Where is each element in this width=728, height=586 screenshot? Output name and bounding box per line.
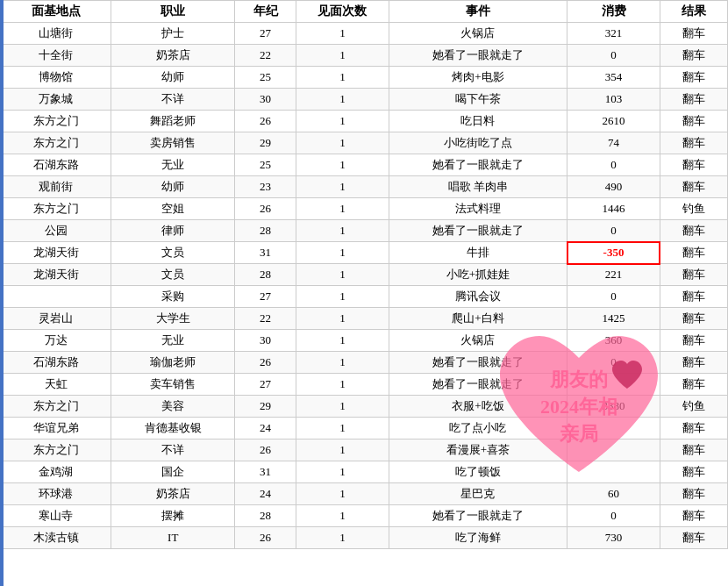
table-cell: 31 (234, 461, 296, 483)
table-row: 公园律师281她看了一眼就走了0翻车 (1, 220, 728, 242)
table-cell: 27 (234, 286, 296, 308)
table-cell: 翻车 (660, 461, 727, 483)
table-cell: 翻车 (660, 308, 727, 330)
table-cell: 大学生 (111, 308, 235, 330)
table-cell: 她看了一眼就走了 (389, 505, 567, 527)
table-cell: 钓鱼 (660, 198, 727, 220)
table-cell: 1 (296, 132, 389, 154)
table-cell: 寒山寺 (1, 505, 111, 527)
table-cell: 华谊兄弟 (1, 418, 111, 440)
table-cell: 不详 (111, 440, 235, 461)
table-cell: 28 (234, 220, 296, 242)
table-cell: 74 (567, 132, 660, 154)
table-cell: 1 (296, 483, 389, 505)
table-cell: 1 (296, 286, 389, 308)
table-cell: 吃了点小吃 (389, 418, 567, 440)
table-cell: 1425 (567, 308, 660, 330)
table-cell: 翻车 (660, 505, 727, 527)
table-cell: 翻车 (660, 418, 727, 440)
table-cell: 东方之门 (1, 111, 111, 132)
table-cell: 翻车 (660, 264, 727, 286)
table-cell: 翻车 (660, 220, 727, 242)
table-cell: 0 (567, 45, 660, 67)
table-cell: 29 (234, 396, 296, 418)
table-cell: 法式料理 (389, 198, 567, 220)
table-cell: 她看了一眼就走了 (389, 220, 567, 242)
main-container: 面基地点 职业 年纪 见面次数 事件 消费 结果 山塘街护士271火锅店321翻… (0, 0, 728, 586)
table-cell: 采购 (111, 286, 235, 308)
table-cell: 103 (567, 89, 660, 111)
table-cell: 25 (234, 67, 296, 89)
table-cell: 490 (567, 176, 660, 198)
table-cell: 看漫展+喜茶 (389, 440, 567, 461)
table-row: 十全街奶茶店221她看了一眼就走了0翻车 (1, 45, 728, 67)
table-cell: 牛排 (389, 242, 567, 264)
table-cell: 奶茶店 (111, 483, 235, 505)
table-cell: 石湖东路 (1, 154, 111, 176)
table-cell: 1 (296, 308, 389, 330)
table-cell: 1 (296, 505, 389, 527)
table-cell: 火锅店 (389, 23, 567, 45)
header-age: 年纪 (234, 1, 296, 23)
table-cell: 22 (234, 308, 296, 330)
table-cell: 25 (234, 154, 296, 176)
table-cell: 不详 (111, 89, 235, 111)
table-cell: IT (111, 527, 235, 549)
table-cell: 27 (234, 374, 296, 396)
table-row: 龙湖天街文员311牛排-350翻车 (1, 242, 728, 264)
table-cell: 钓鱼 (660, 396, 727, 418)
table-cell: 31 (234, 242, 296, 264)
table-cell: 354 (567, 67, 660, 89)
table-cell: 小吃街吃了点 (389, 132, 567, 154)
table-cell: 卖车销售 (111, 374, 235, 396)
table-cell: -350 (567, 242, 660, 264)
table-cell: 唱歌 羊肉串 (389, 176, 567, 198)
table-cell: 321 (567, 23, 660, 45)
table-row: 万象城不详301喝下午茶103翻车 (1, 89, 728, 111)
table-cell: 翻车 (660, 286, 727, 308)
table-cell: 瑜伽老师 (111, 352, 235, 374)
table-row: 万达无业301火锅店360翻车 (1, 330, 728, 352)
header-meets: 见面次数 (296, 1, 389, 23)
table-cell (567, 418, 660, 440)
table-cell: 1 (296, 198, 389, 220)
table-cell: 龙湖天街 (1, 264, 111, 286)
table-cell: 1 (296, 418, 389, 440)
table-cell: 她看了一眼就走了 (389, 45, 567, 67)
table-cell: 1 (296, 461, 389, 483)
table-cell: 奶茶店 (111, 45, 235, 67)
table-row: 木渎古镇IT261吃了海鲜730翻车 (1, 527, 728, 549)
table-cell: 喝下午茶 (389, 89, 567, 111)
table-cell: 文员 (111, 264, 235, 286)
table-row: 寒山寺摆摊281她看了一眼就走了0翻车 (1, 505, 728, 527)
table-cell: 翻车 (660, 242, 727, 264)
table-cell: 星巴克 (389, 483, 567, 505)
table-cell: 翻车 (660, 154, 727, 176)
table-cell: 0 (567, 505, 660, 527)
table-cell: 1446 (567, 198, 660, 220)
table-cell: 空姐 (111, 198, 235, 220)
table-cell: 木渎古镇 (1, 527, 111, 549)
table-cell: 无业 (111, 330, 235, 352)
table-cell: 26 (234, 352, 296, 374)
table-row: 华谊兄弟肯德基收银241吃了点小吃翻车 (1, 418, 728, 440)
table-cell: 无业 (111, 154, 235, 176)
header-spend: 消费 (567, 1, 660, 23)
table-cell: 腾讯会议 (389, 286, 567, 308)
table-cell: 她看了一眼就走了 (389, 154, 567, 176)
table-row: 东方之门卖房销售291小吃街吃了点74翻车 (1, 132, 728, 154)
table-cell: 翻车 (660, 330, 727, 352)
table-cell: 翻车 (660, 352, 727, 374)
table-row: 金鸡湖国企311吃了顿饭翻车 (1, 461, 728, 483)
table-cell: 22 (234, 45, 296, 67)
table-cell: 公园 (1, 220, 111, 242)
table-cell: 万象城 (1, 89, 111, 111)
table-cell: 1 (296, 154, 389, 176)
table-cell: 0 (567, 220, 660, 242)
table-cell: 翻车 (660, 45, 727, 67)
table-row: 山塘街护士271火锅店321翻车 (1, 23, 728, 45)
table-row: 灵岩山大学生221爬山+白料1425翻车 (1, 308, 728, 330)
table-cell: 60 (567, 483, 660, 505)
table-row: 龙湖天街文员281小吃+抓娃娃221翻车 (1, 264, 728, 286)
table-cell: 她看了一眼就走了 (389, 352, 567, 374)
